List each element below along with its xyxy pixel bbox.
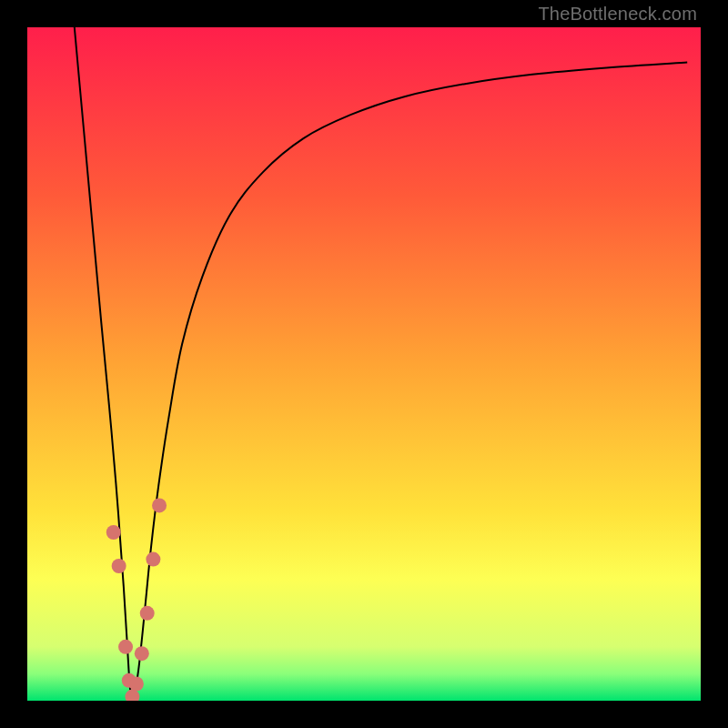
curve-layer bbox=[27, 27, 701, 701]
marker-point bbox=[112, 559, 126, 573]
plot-area bbox=[27, 27, 701, 701]
marker-point bbox=[152, 498, 167, 512]
marker-point bbox=[118, 640, 133, 654]
marker-point bbox=[135, 646, 149, 661]
bottleneck-curve bbox=[75, 27, 687, 699]
marker-point bbox=[106, 525, 121, 540]
marker-point bbox=[140, 606, 155, 621]
highlighted-points bbox=[106, 498, 167, 701]
marker-point bbox=[125, 690, 139, 701]
chart-frame: TheBottleneck.com bbox=[0, 0, 728, 728]
marker-point bbox=[129, 677, 144, 692]
marker-point bbox=[146, 552, 160, 567]
watermark-text: TheBottleneck.com bbox=[538, 4, 697, 25]
